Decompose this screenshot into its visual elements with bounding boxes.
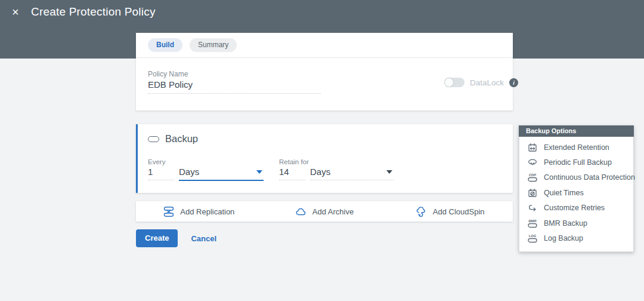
info-icon[interactable]: i [509, 78, 518, 87]
cancel-button[interactable]: Cancel [191, 234, 216, 243]
add-replication-label: Add Replication [180, 207, 234, 216]
backup-options-list: Extended Retention Periodic Full Backup … [519, 137, 633, 251]
policy-name-label: Policy Name [148, 70, 188, 78]
option-log-backup[interactable]: LOG Log Backup [519, 231, 633, 245]
backup-card-title: Backup [165, 133, 198, 145]
datalock-label: DataLock [470, 78, 504, 87]
option-label: Quiet Times [544, 189, 584, 197]
policy-name-input[interactable] [148, 79, 321, 94]
chevron-down-icon [256, 170, 262, 174]
create-button[interactable]: Create [136, 229, 178, 247]
backup-oval-icon [148, 136, 159, 142]
retain-unit-value: Days [310, 167, 330, 177]
retain-value-input[interactable] [279, 167, 305, 180]
tab-summary[interactable]: Summary [190, 38, 237, 52]
every-unit-value: Days [179, 167, 199, 177]
calendar-extend-icon [527, 143, 538, 152]
backup-options-panel: Backup Options Extended Retention [519, 125, 634, 252]
add-replication-button[interactable]: Add Replication [136, 201, 262, 222]
log-icon: LOG [527, 234, 538, 243]
svg-text:LOG: LOG [529, 234, 537, 238]
periodic-full-icon [527, 158, 538, 167]
every-label: Every [148, 158, 165, 165]
option-quiet-times[interactable]: Quiet Times [519, 185, 633, 200]
retain-unit-select[interactable]: Days [310, 167, 394, 180]
option-label: Periodic Full Backup [544, 158, 612, 167]
add-cloudspin-label: Add CloudSpin [433, 207, 485, 216]
chevron-down-icon [386, 170, 392, 174]
svg-text:CDP: CDP [529, 173, 536, 177]
backup-card: Backup Every Days Retain for Days [136, 124, 513, 193]
page-title: Create Protection Policy [31, 4, 156, 20]
add-cloudspin-button[interactable]: Add CloudSpin [387, 201, 513, 222]
option-label: Extended Retention [544, 143, 609, 152]
backup-options-header: Backup Options [519, 125, 634, 137]
close-icon[interactable]: × [10, 4, 21, 20]
replication-icon [163, 206, 175, 217]
policy-name-card: Build Summary Policy Name DataLock i [136, 33, 513, 110]
option-label: Log Backup [544, 234, 583, 242]
footer-actions: Create Cancel [136, 229, 216, 247]
add-archive-button[interactable]: Add Archive [262, 201, 388, 222]
cdp-icon: CDP [527, 173, 538, 182]
every-unit-select[interactable]: Days [179, 167, 264, 181]
calendar-quiet-icon [527, 188, 538, 198]
toggle-knob [445, 78, 453, 87]
tab-bar: Build Summary [136, 33, 513, 58]
option-bmr-backup[interactable]: BMR BMR Backup [519, 216, 633, 231]
option-label: BMR Backup [544, 219, 587, 228]
create-protection-policy-dialog: × Create Protection Policy Build Summary… [0, 0, 644, 301]
option-customize-retries[interactable]: Customize Retries [519, 201, 633, 216]
tab-build[interactable]: Build [148, 38, 182, 52]
datalock-toggle[interactable] [444, 78, 465, 87]
cloud-icon [295, 207, 307, 216]
option-extended-retention[interactable]: Extended Retention [519, 140, 633, 155]
option-label: Customize Retries [544, 204, 605, 212]
bmr-icon: BMR [527, 219, 538, 228]
cloudspin-icon [416, 206, 428, 217]
add-actions-bar: Add Replication Add Archive Add CloudSpi… [136, 201, 513, 222]
option-continuous-data-protection[interactable]: CDP Continuous Data Protection [519, 170, 633, 185]
option-label: Continuous Data Protection [544, 173, 635, 182]
option-periodic-full-backup[interactable]: Periodic Full Backup [519, 155, 633, 170]
datalock-group: DataLock i [444, 78, 518, 87]
every-value-input[interactable] [148, 167, 174, 180]
add-archive-label: Add Archive [312, 207, 354, 216]
backup-card-title-row: Backup [148, 133, 198, 145]
svg-text:BMR: BMR [528, 219, 537, 223]
retry-arrow-icon [527, 204, 538, 212]
retain-label: Retain for [279, 158, 309, 165]
